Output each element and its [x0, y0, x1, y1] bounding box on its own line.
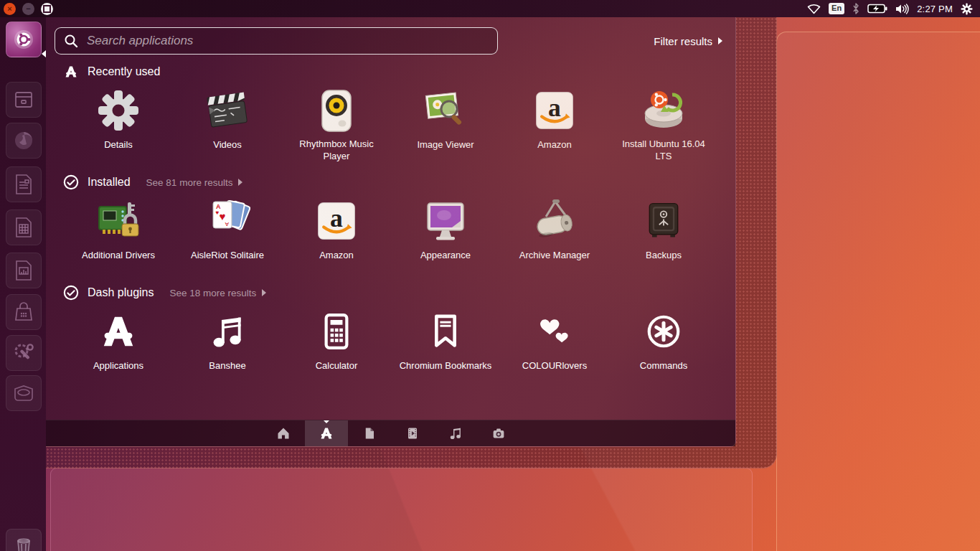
- maximize-button[interactable]: [41, 3, 53, 15]
- app-label: Appearance: [420, 250, 471, 262]
- hard-disk-icon: [12, 383, 35, 403]
- session-gear-icon[interactable]: [961, 3, 973, 15]
- launcher-item-libreoffice-writer[interactable]: [6, 166, 42, 202]
- music-note-icon: [208, 306, 247, 357]
- filter-results-button[interactable]: Filter results: [654, 35, 722, 47]
- battery-charging-icon[interactable]: [867, 4, 887, 14]
- app-label: Additional Drivers: [82, 250, 155, 262]
- launcher-item-firefox[interactable]: [6, 123, 42, 159]
- app-tile-amazon-2[interactable]: a Amazon: [282, 193, 391, 273]
- bookmark-icon: [426, 306, 465, 357]
- app-tile-details[interactable]: Details: [64, 83, 173, 163]
- app-tile-appearance[interactable]: Appearance: [391, 193, 500, 273]
- clock[interactable]: 2:27 PM: [917, 4, 953, 14]
- app-tile-backups[interactable]: Backups: [609, 193, 718, 273]
- see-more-link[interactable]: See 81 more results: [146, 177, 243, 188]
- window-controls: × −: [0, 3, 53, 15]
- volume-icon[interactable]: [895, 4, 909, 14]
- writer-document-icon: [14, 174, 34, 195]
- lens-tab-photos[interactable]: [477, 420, 520, 446]
- launcher-item-libreoffice-calc[interactable]: [6, 209, 42, 245]
- lens-tab-applications[interactable]: [305, 420, 348, 446]
- safe-icon: [642, 196, 685, 246]
- app-tile-install-ubuntu[interactable]: Install Ubuntu 16.04 LTS: [609, 83, 718, 163]
- top-panel: × − En 2:27 PM: [0, 0, 980, 17]
- launcher-item-trash[interactable]: [6, 529, 42, 551]
- close-button[interactable]: ×: [4, 3, 16, 15]
- speaker-icon: [314, 85, 359, 135]
- asterisk-circle-icon: [644, 306, 683, 357]
- dash-plugins-grid: Applications Banshee Calculator Chromium…: [46, 303, 735, 384]
- search-input[interactable]: [85, 33, 489, 49]
- check-circle-icon: [63, 174, 79, 190]
- ubuntu-dash-button[interactable]: [6, 22, 42, 57]
- section-header-installed: Installed See 81 more results: [46, 163, 735, 193]
- app-tile-image-viewer[interactable]: Image Viewer: [391, 83, 500, 163]
- launcher-item-libreoffice-impress[interactable]: [6, 253, 42, 288]
- app-tile-applications[interactable]: Applications: [64, 303, 173, 384]
- app-tile-banshee[interactable]: Banshee: [173, 303, 282, 384]
- applications-lens-icon: [99, 306, 138, 357]
- lens-tab-music[interactable]: [434, 420, 477, 446]
- app-tile-archive-manager[interactable]: Archive Manager: [500, 193, 609, 273]
- clapperboard-icon: [204, 85, 250, 136]
- svg-text:a: a: [548, 93, 561, 122]
- see-more-link[interactable]: See 18 more results: [170, 288, 267, 298]
- firefox-icon: [12, 129, 35, 152]
- app-tile-colourlovers[interactable]: COLOURlovers: [500, 303, 609, 384]
- app-label: Install Ubuntu 16.04 LTS: [613, 138, 715, 163]
- app-tile-amazon[interactable]: a Amazon: [500, 83, 609, 163]
- app-tile-chromium-bookmarks[interactable]: Chromium Bookmarks: [391, 303, 500, 384]
- amazon-icon: a: [533, 85, 576, 136]
- app-label: Image Viewer: [417, 139, 473, 151]
- app-tile-calculator[interactable]: Calculator: [282, 303, 391, 384]
- keyboard-layout-indicator[interactable]: En: [829, 3, 844, 14]
- section-title: Installed: [88, 176, 131, 189]
- filter-results-label: Filter results: [654, 35, 712, 47]
- installed-grid: Additional Drivers A♥♥A AisleRiot Solita…: [46, 193, 735, 273]
- trash-icon: [14, 536, 34, 551]
- spreadsheet-icon: [14, 217, 34, 238]
- see-more-label: See 18 more results: [170, 288, 257, 298]
- app-tile-aisleriot[interactable]: A♥♥A AisleRiot Solitaire: [173, 193, 282, 273]
- launcher-item-system-settings[interactable]: [6, 335, 42, 371]
- app-tile-videos[interactable]: Videos: [173, 83, 282, 163]
- dash-overlay: Filter results Recently used Details Vid…: [46, 17, 736, 447]
- launcher-item-files[interactable]: [6, 82, 42, 118]
- launcher-item-ubuntu-software[interactable]: [6, 294, 42, 330]
- app-label: COLOURlovers: [522, 360, 587, 372]
- bluetooth-icon[interactable]: [852, 3, 859, 14]
- network-wifi-icon[interactable]: [807, 4, 821, 14]
- arrow-right-icon: [718, 37, 722, 44]
- search-box[interactable]: [55, 27, 498, 55]
- check-circle-icon: [63, 285, 79, 301]
- software-bag-icon: [13, 301, 34, 323]
- app-tile-commands[interactable]: Commands: [609, 303, 718, 384]
- app-label: Amazon: [537, 139, 572, 151]
- app-label: Chromium Bookmarks: [400, 360, 492, 372]
- app-label: Details: [104, 139, 133, 151]
- launcher-item-install-ubuntu[interactable]: [6, 375, 42, 411]
- section-header-dash-plugins: Dash plugins See 18 more results: [46, 273, 735, 303]
- arrow-right-icon: [262, 289, 266, 296]
- app-tile-additional-drivers[interactable]: Additional Drivers: [64, 193, 173, 273]
- ubuntu-logo-icon: [11, 27, 36, 52]
- lens-tab-videos[interactable]: [391, 420, 434, 446]
- applications-lens-icon: [63, 64, 79, 80]
- lens-tab-home[interactable]: [262, 420, 305, 446]
- arrow-right-icon: [238, 179, 242, 186]
- gear-wrench-icon: [13, 342, 34, 364]
- minimize-button[interactable]: −: [22, 3, 34, 15]
- app-label: Calculator: [316, 360, 358, 372]
- app-label: Backups: [646, 250, 682, 262]
- focused-app-arrow: [42, 50, 46, 57]
- app-label: Banshee: [209, 360, 245, 372]
- lens-tab-files[interactable]: [348, 420, 391, 446]
- calculator-icon: [317, 306, 356, 357]
- monitor-icon: [423, 196, 468, 246]
- app-tile-rhythmbox[interactable]: Rhythmbox Music Player: [282, 83, 391, 163]
- app-label: Commands: [640, 360, 687, 372]
- video-icon: [406, 426, 419, 441]
- photo-magnifier-icon: [423, 85, 468, 136]
- camera-icon: [491, 427, 506, 440]
